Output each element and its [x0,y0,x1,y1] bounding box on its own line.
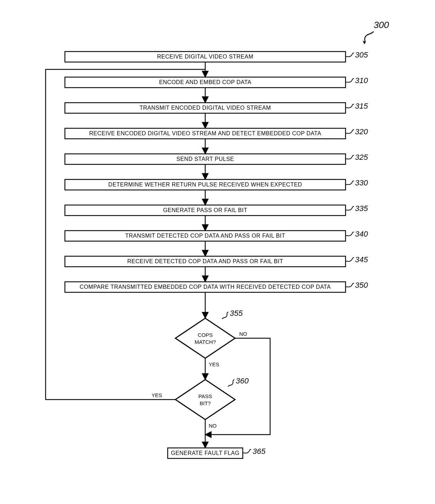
step-320: RECEIVE ENCODED DIGITAL VIDEO STREAM AND… [65,127,368,139]
svg-text:325: 325 [355,153,368,162]
decision-360: PASS BIT? 360 [175,376,249,420]
figure-ref-300: 300 [374,20,389,30]
svg-text:350: 350 [355,281,368,290]
svg-text:DETERMINE WETHER RETURN PULSE : DETERMINE WETHER RETURN PULSE RECEIVED W… [108,182,302,188]
svg-text:COMPARE TRANSMITTED  EMBEDDED : COMPARE TRANSMITTED EMBEDDED COP DATA WI… [80,284,331,290]
svg-text:ENCODE AND EMBED COP DATA: ENCODE AND EMBED COP DATA [159,79,251,85]
step-350: COMPARE TRANSMITTED EMBEDDED COP DATA WI… [65,281,368,292]
step-315: TRANSMIT ENCODED DIGITAL VIDEO STREAM 31… [65,102,368,113]
step-365: GENERATE FAULT FLAG 365 [168,447,266,458]
step-305: RECEIVE DIGITAL VIDEO STREAM 305 [65,50,368,62]
label-no-360: NO [209,423,217,429]
svg-text:RECEIVE DETECTED COP DATA AND : RECEIVE DETECTED COP DATA AND PASS OR FA… [127,258,283,264]
svg-text:COPS: COPS [198,332,213,338]
label-no-355: NO [239,331,247,337]
svg-text:GENERATE FAULT FLAG: GENERATE FAULT FLAG [171,450,239,456]
svg-text:330: 330 [355,178,368,187]
svg-text:TRANSMIT ENCODED DIGITAL VIDEO: TRANSMIT ENCODED DIGITAL VIDEO STREAM [140,105,271,111]
decision-355: COPS MATCH? 355 [175,309,243,358]
svg-text:360: 360 [236,376,249,385]
svg-text:335: 335 [355,204,368,213]
svg-text:340: 340 [355,230,368,238]
svg-text:305: 305 [355,50,368,59]
svg-text:RECEIVE ENCODED DIGITAL VIDEO : RECEIVE ENCODED DIGITAL VIDEO STREAM AND… [89,130,321,136]
label-yes-355: YES [209,361,219,367]
svg-text:TRANSMIT DETECTED COP DATA AND: TRANSMIT DETECTED COP DATA AND PASS OR F… [125,233,285,239]
svg-text:355: 355 [230,309,243,318]
svg-text:315: 315 [355,102,368,110]
svg-text:BIT?: BIT? [200,400,211,406]
svg-text:345: 345 [355,255,368,264]
svg-text:310: 310 [355,76,368,85]
svg-text:320: 320 [355,127,368,136]
svg-text:365: 365 [253,447,266,456]
step-330: DETERMINE WETHER RETURN PULSE RECEIVED W… [65,178,368,190]
step-325: SEND START PULSE 325 [65,153,368,164]
svg-text:GENERATE PASS OR FAIL BIT: GENERATE PASS OR FAIL BIT [163,207,247,213]
label-yes-360: YES [152,392,162,398]
svg-text:SEND START PULSE: SEND START PULSE [176,156,234,162]
step-335: GENERATE PASS OR FAIL BIT 335 [65,204,368,216]
svg-text:MATCH?: MATCH? [195,339,216,345]
step-310: ENCODE AND EMBED COP DATA 310 [65,76,368,88]
svg-text:RECEIVE DIGITAL VIDEO STREAM: RECEIVE DIGITAL VIDEO STREAM [157,54,254,60]
step-340: TRANSMIT DETECTED COP DATA AND PASS OR F… [65,230,368,241]
svg-text:PASS: PASS [199,393,212,399]
step-345: RECEIVE DETECTED COP DATA AND PASS OR FA… [65,255,368,267]
